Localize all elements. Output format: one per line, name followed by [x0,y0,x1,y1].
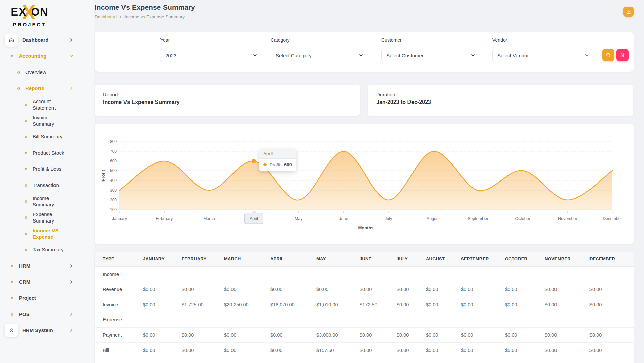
bullet-icon [25,104,27,106]
sidebar-item-transaction[interactable]: Transaction [0,177,94,193]
svg-text:Profit: Profit [101,170,106,182]
cell-value: $0.00 [505,297,545,312]
sidebar-item-label: Income Summary [33,195,70,208]
cell-value: $0.00 [426,327,461,342]
sidebar-item-crm[interactable]: CRM [0,274,94,290]
svg-text:October: October [515,216,530,221]
sidebar-item-label: Tax Summary [33,246,64,253]
vendor-select[interactable]: Select Vendor [492,49,594,62]
sidebar-item-label: HRM [19,263,30,269]
column-header: NOVEMBER [545,252,589,266]
sidebar-item-label: Transaction [33,182,59,189]
customer-label: Customer [381,37,480,43]
svg-text:500: 500 [110,168,117,173]
svg-text:100: 100 [110,207,117,212]
download-button[interactable] [623,7,634,17]
table-row: Revenue$0.00$0.00$0.00$0.00$0.00$0.00$0.… [95,282,634,297]
chart-card: 100200300400500600700800JanuaryFebruaryM… [95,124,634,244]
cell-value: $0.00 [224,327,270,342]
year-label: Year [160,37,262,43]
sidebar-item-product-stock[interactable]: Product Stock [0,145,94,161]
sidebar-item-account-statement[interactable]: Account Statement [0,96,94,113]
sidebar-item-project[interactable]: Project [0,290,94,306]
customer-select-value: Select Customer [386,53,424,58]
sidebar-item-income-vs-expense[interactable]: Income VS Expense [0,226,94,242]
column-header: AUGUST [426,252,461,266]
row-label: Payment [95,327,143,342]
column-header: APRIL [270,252,316,266]
profit-area-chart[interactable]: 100200300400500600700800JanuaryFebruaryM… [95,124,634,244]
sidebar-item-overview[interactable]: Overview [0,64,94,80]
duration-label: Duration : [376,92,625,97]
sidebar-item-invoice-summary[interactable]: Invoice Summary [0,113,94,129]
sidebar-item-profit-loss[interactable]: Profit & Loss [0,161,94,177]
file-slash-icon [620,52,625,58]
bullet-icon [25,233,27,235]
chevron-down-icon [69,54,73,58]
customer-select[interactable]: Select Customer [381,49,480,62]
svg-text:December: December [603,216,622,221]
search-button[interactable] [602,49,614,61]
home-icon [5,33,18,47]
svg-text:July: July [385,216,392,221]
svg-text:Months: Months [358,225,373,230]
sidebar-item-accounting[interactable]: Accounting [0,48,94,64]
bullet-icon [25,216,27,219]
breadcrumb-separator: › [120,14,121,19]
sidebar-item-tax-summary[interactable]: Tax Summary [0,242,94,258]
sidebar-item-reports[interactable]: Reports [0,80,94,96]
column-header: JANUARY [143,252,182,266]
bullet-icon [11,55,13,57]
chevron-down-icon [253,53,257,58]
sidebar-item-dashboard[interactable]: Dashboard [0,32,94,48]
bullet-icon [11,313,13,316]
filter-bar: Year 2023 Category Select Category Custo… [95,32,634,72]
income-expense-table: TYPEJANUARYFEBRUARYMARCHAPRILMAYJUNEJULY… [95,252,634,358]
table-row: Invoice$0.00$1,725.00$20,250.00$18,070.0… [95,297,634,312]
cell-value: $0.00 [143,282,182,297]
cell-value: $0.00 [143,297,182,312]
row-label: Invoice [95,297,143,312]
sidebar-item-label: Project [19,295,36,301]
svg-text:September: September [468,216,488,221]
cell-value: $1,010.00 [316,297,360,312]
cell-value: $0.00 [182,342,224,358]
sidebar-item-expense-summary[interactable]: Expense Summary [0,209,94,226]
sidebar-item-pos[interactable]: POS [0,306,94,322]
sidebar-item-label: Expense Summary [33,211,70,224]
category-select[interactable]: Select Category [271,49,368,62]
sidebar-item-income-summary[interactable]: Income Summary [0,193,94,209]
cell-value: $0.00 [505,342,545,358]
column-header: DECEMBER [589,252,634,266]
cell-value: $0.00 [143,342,182,358]
sidebar-item-hrm-system[interactable]: HRM System [0,322,94,338]
svg-text:600: 600 [110,159,117,163]
column-header: MARCH [224,252,270,266]
cell-value: $0.00 [505,327,545,342]
bullet-icon [11,265,13,267]
reset-filter-button[interactable] [616,49,629,61]
bullet-icon [11,281,13,283]
cell-value: $0.00 [182,282,224,297]
year-select[interactable]: 2023 [160,49,262,62]
sidebar-item-label: HRM System [22,327,53,334]
cell-value: $0.00 [545,297,589,312]
sidebar-item-hrm[interactable]: HRM [0,258,94,274]
sidebar-item-bill-summary[interactable]: Bill Summary [0,129,94,145]
cell-value: $0.00 [461,297,505,312]
bullet-icon [11,297,13,299]
cell-value: $0.00 [360,282,397,297]
cell-value: $0.00 [461,327,505,342]
section-row: Income : [95,266,634,282]
cell-value: $0.00 [270,327,316,342]
bullet-icon [25,200,27,203]
chevron-right-icon [69,328,73,332]
sidebar-item-label: Accounting [19,53,47,59]
breadcrumb-dashboard-link[interactable]: Dashboard [95,14,117,19]
cell-value: $0.00 [545,282,589,297]
row-label: Revenue [95,282,143,297]
svg-text:May: May [295,216,303,221]
sidebar-item-label: Income VS Expense [33,227,70,240]
svg-text:200: 200 [110,198,117,202]
cell-value: $157.50 [316,342,360,358]
